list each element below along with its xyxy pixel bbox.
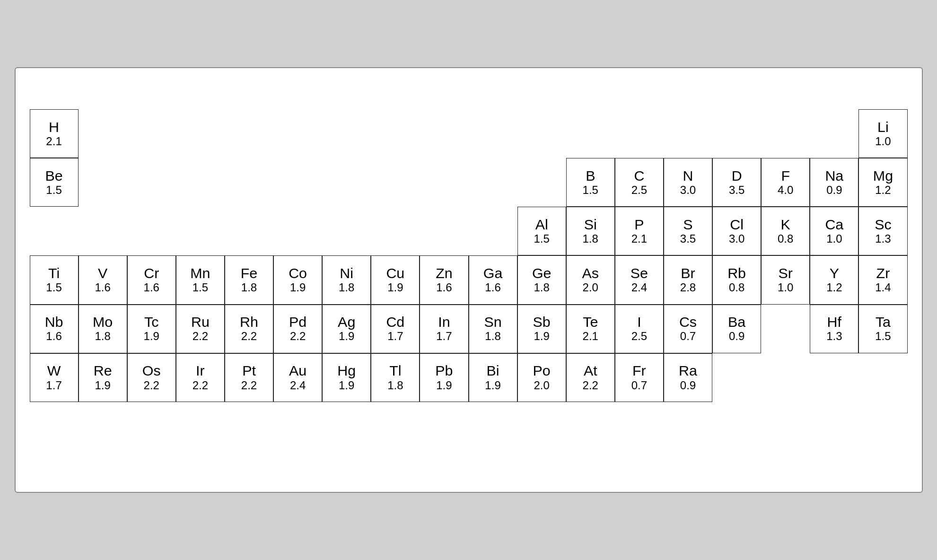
en-po: 2.0 xyxy=(534,379,549,393)
element-fr: Fr0.7 xyxy=(615,353,664,402)
en-au: 2.4 xyxy=(290,379,306,393)
element-mg: Mg1.2 xyxy=(858,158,907,207)
element-pt: Pt2.2 xyxy=(225,353,273,402)
symbol-tc: Tc xyxy=(144,314,158,330)
element-ba: Ba0.9 xyxy=(712,305,761,353)
en-h: 2.1 xyxy=(46,135,61,149)
empty-cell-r2-c9 xyxy=(371,158,420,207)
element-at: At2.2 xyxy=(566,353,615,402)
element-sc: Sc1.3 xyxy=(858,207,907,255)
empty-cell-r7-c9 xyxy=(127,402,176,451)
element-tl: Tl1.8 xyxy=(371,353,420,402)
symbol-zr: Zr xyxy=(876,265,890,281)
symbol-ru: Ru xyxy=(191,314,210,330)
element-cl: Cl3.0 xyxy=(712,207,761,255)
symbol-se: Se xyxy=(631,265,648,281)
symbol-ni: Ni xyxy=(340,265,353,281)
empty-cell-r1-c6 xyxy=(273,109,322,158)
element-s: S3.5 xyxy=(664,207,712,255)
periodic-table-frame: H2.1Li1.0Be1.5B1.5C2.5N3.0D3.5F4.0Na0.9M… xyxy=(15,67,923,493)
element-be: Be1.5 xyxy=(30,158,79,207)
empty-cell-r6-c3 xyxy=(761,305,810,353)
symbol-ba: Ba xyxy=(728,314,745,330)
en-mn: 1.5 xyxy=(193,281,208,295)
en-mg: 1.2 xyxy=(875,184,891,197)
en-pt: 2.2 xyxy=(241,379,257,393)
empty-cell-r1-c14 xyxy=(664,109,712,158)
element-hg: Hg1.9 xyxy=(322,353,371,402)
en-sc: 1.3 xyxy=(875,232,891,246)
element-ta: Ta1.5 xyxy=(858,305,907,353)
en-rh: 2.2 xyxy=(241,330,257,343)
symbol-ir: Ir xyxy=(196,363,205,378)
symbol-in: In xyxy=(438,314,450,330)
symbol-hg: Hg xyxy=(337,363,356,378)
empty-cell-r7-c13 xyxy=(322,402,371,451)
en-n: 3.0 xyxy=(680,184,696,197)
symbol-h: H xyxy=(49,119,59,135)
element-i: I2.5 xyxy=(615,305,664,353)
symbol-na: Na xyxy=(825,168,843,184)
element-bi: Bi1.9 xyxy=(469,353,517,402)
symbol-v: V xyxy=(98,265,107,281)
empty-cell-r7-c14 xyxy=(371,402,420,451)
element-nb: Nb1.6 xyxy=(30,305,79,353)
empty-cell-r3-c4 xyxy=(79,207,127,255)
en-as: 2.0 xyxy=(583,281,598,295)
symbol-cu: Cu xyxy=(386,265,404,281)
en-hf: 1.3 xyxy=(826,330,842,343)
symbol-n: N xyxy=(683,168,693,184)
element-fe: Fe1.8 xyxy=(225,255,273,304)
empty-cell-r3-c6 xyxy=(176,207,225,255)
element-tc: Tc1.9 xyxy=(127,305,176,353)
en-co: 1.9 xyxy=(290,281,306,295)
element-in: In1.7 xyxy=(420,305,468,353)
en-fe: 1.8 xyxy=(241,281,257,295)
empty-cell-r1-c17 xyxy=(810,109,858,158)
empty-cell-r2-c8 xyxy=(322,158,371,207)
empty-cell-r7-c6 xyxy=(858,353,907,402)
element-sn: Sn1.8 xyxy=(469,305,517,353)
element-li: Li1.0 xyxy=(858,109,907,158)
empty-cell-r3-c10 xyxy=(371,207,420,255)
symbol-tl: Tl xyxy=(389,363,401,378)
empty-cell-r3-c8 xyxy=(273,207,322,255)
element-h: H2.1 xyxy=(30,109,79,158)
empty-cell-r1-c12 xyxy=(566,109,615,158)
empty-cell-r2-c11 xyxy=(469,158,517,207)
element-te: Te2.1 xyxy=(566,305,615,353)
element-ag: Ag1.9 xyxy=(322,305,371,353)
element-os: Os2.2 xyxy=(127,353,176,402)
empty-cell-r7-c16 xyxy=(469,402,517,451)
symbol-ca: Ca xyxy=(825,217,843,232)
symbol-te: Te xyxy=(583,314,598,330)
en-br: 2.8 xyxy=(680,281,696,295)
symbol-w: W xyxy=(47,363,61,378)
symbol-mn: Mn xyxy=(190,265,210,281)
empty-cell-r7-c15 xyxy=(420,402,468,451)
symbol-c: C xyxy=(634,168,644,184)
en-se: 2.4 xyxy=(631,281,647,295)
element-au: Au2.4 xyxy=(273,353,322,402)
symbol-pt: Pt xyxy=(242,363,256,378)
empty-cell-r2-c4 xyxy=(127,158,176,207)
symbol-cr: Cr xyxy=(144,265,159,281)
element-re: Re1.9 xyxy=(79,353,127,402)
element-b: B1.5 xyxy=(566,158,615,207)
element-ga: Ga1.6 xyxy=(469,255,517,304)
element-k: K0.8 xyxy=(761,207,810,255)
en-s: 3.5 xyxy=(680,232,696,246)
element-po: Po2.0 xyxy=(517,353,566,402)
en-cl: 3.0 xyxy=(729,232,744,246)
en-ca: 1.0 xyxy=(826,232,842,246)
element-al: Al1.5 xyxy=(517,207,566,255)
en-i: 2.5 xyxy=(631,330,647,343)
element-n: N3.0 xyxy=(664,158,712,207)
symbol-sr: Sr xyxy=(779,265,793,281)
symbol-k: K xyxy=(781,217,790,232)
element-ru: Ru2.2 xyxy=(176,305,225,353)
en-ru: 2.2 xyxy=(193,330,208,343)
en-k: 0.8 xyxy=(778,232,793,246)
empty-cell-r7-c7 xyxy=(30,402,79,451)
element-si: Si1.8 xyxy=(566,207,615,255)
